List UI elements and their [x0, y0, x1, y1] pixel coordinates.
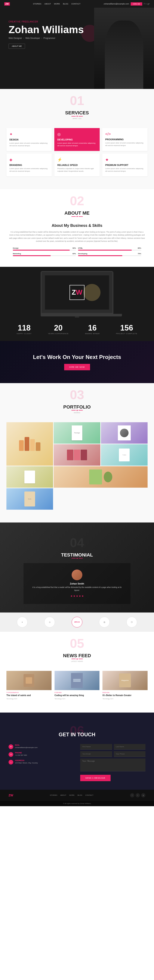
about-title: ABOUT ME [64, 210, 89, 216]
social-fb-icon[interactable]: f [144, 3, 144, 5]
phone-input[interactable] [114, 751, 146, 757]
about-subtitle: About My Business & Skills [8, 223, 145, 228]
about-content: About My Business & Skills It is a long … [0, 221, 154, 267]
hero-roles: Web Designer • Web Developer • Programme… [8, 37, 84, 39]
nav-link-contact[interactable]: Contact [71, 3, 81, 5]
testimonial-title: TESTIMONIAL [61, 552, 93, 558]
contact-section: 06 GET IN TOUCH ✉ Mail zohanwilliams@exa… [0, 713, 154, 790]
social-tw-icon[interactable]: t [146, 3, 146, 5]
testimonial-name: Zohan Smith [30, 582, 124, 585]
nav-email: zohanwilliams@example.com [104, 3, 129, 5]
nav-link-blog[interactable]: Blog [63, 3, 68, 5]
divider-line-1 [71, 116, 76, 116]
footer-fb-icon[interactable]: f [130, 793, 134, 797]
star-1: ★ [70, 595, 73, 598]
portfolio-item-8[interactable]: Bottle [6, 488, 53, 510]
portfolio-item-6[interactable] [6, 466, 53, 488]
laptop-base [41, 314, 122, 317]
form-name-row [80, 744, 145, 749]
skill-html: HTML 85% [78, 247, 141, 251]
skill-developing-bg [78, 255, 141, 256]
service-desc-speed: Phasellus vulputate ex neque dolor lobor… [57, 167, 97, 172]
laptop-wrapper: ZW [41, 271, 113, 318]
brand-2: ◇ [44, 617, 55, 627]
portfolio-divider-dot [76, 410, 78, 411]
service-desc-developing: Lorem ipsum dolor sit amet consectetur a… [57, 142, 97, 147]
news-img-1 [6, 671, 52, 690]
address-icon: ⌂ [8, 760, 13, 765]
footer-link-stories[interactable]: Stories [50, 794, 57, 796]
testimonial-divider-dot [76, 558, 78, 559]
brand-4: ◎ [99, 617, 110, 627]
hero-image [94, 8, 154, 89]
work-cta-button[interactable]: HIRE ME NOW [64, 364, 90, 370]
stat-awards: 16 AWARD WINER [85, 324, 100, 334]
nav-link-work[interactable]: Work [54, 3, 60, 5]
footer-link-contact[interactable]: Contact [85, 794, 94, 796]
news-divider-dot [76, 659, 78, 660]
star-3: ★ [76, 595, 78, 598]
hero-content: Creative Freelancer Zohan Williams Web D… [8, 16, 84, 49]
skill-design-bg [13, 250, 76, 251]
role-2: Web Developer [25, 37, 40, 39]
services-section: 01 SERVICES WHAT I DO ✦ Design Lorem ips… [0, 89, 154, 189]
hire-me-button[interactable]: HIRE ME [131, 2, 142, 6]
contact-phone-label: Phone [15, 752, 27, 754]
testimonial-divider-line-2 [78, 558, 83, 558]
portfolio-item-3-inner [101, 422, 148, 444]
hero-about-button[interactable]: ABOUT ME [8, 44, 25, 49]
portfolio-divider-line-1 [71, 410, 76, 410]
footer-link-work[interactable]: Work [69, 794, 75, 796]
portfolio-item-4[interactable] [54, 444, 100, 466]
hero-name: Zohan Williams [8, 25, 84, 35]
work-cta-title: Let's Work On Your Next Projects [8, 354, 145, 360]
navigation: ZW Stories About Work Blog Contact zohan… [0, 0, 154, 8]
footer-link-about[interactable]: About [60, 794, 66, 796]
news-img-1-inner [6, 671, 52, 690]
submit-button[interactable]: SEND A MESSAGE [80, 775, 111, 781]
portfolio-item-4-inner [54, 444, 100, 466]
message-textarea[interactable] [80, 759, 145, 772]
footer-tw-icon[interactable]: t [136, 793, 140, 797]
laptop-logo: ZW [70, 285, 84, 300]
stat-projects-num: 156 [116, 324, 137, 332]
news-title: NEWS FEED [63, 653, 91, 658]
laptop-logo-w: W [76, 288, 83, 296]
contact-mail-value: zohanwilliams@example.com [15, 746, 38, 748]
news-date-2: Tecnology 31/4 [54, 698, 100, 700]
last-name-input[interactable] [114, 744, 146, 749]
stat-happy-client: 118 HAPPY CLIENT [17, 324, 32, 334]
footer-gp-icon[interactable]: g [141, 793, 145, 797]
stat-years-label: YEARS EXPERIENCE [48, 332, 69, 334]
skill-developing-label: Developing 70% [78, 253, 141, 255]
stat-projects: 156 PROJECT COMPLETE [116, 324, 137, 334]
brand-epic: EPIC M [71, 617, 83, 627]
social-gp-icon[interactable]: g+ [148, 3, 150, 5]
portfolio-item-7[interactable] [54, 466, 148, 488]
skill-marketing-label: Marketing 60% [13, 253, 76, 255]
nav-link-about[interactable]: About [44, 3, 51, 5]
email-input[interactable] [80, 751, 112, 757]
skill-developing-fill [78, 255, 122, 256]
service-title-programming: Programming [105, 138, 144, 141]
portfolio-item-2[interactable]: Package [54, 422, 100, 444]
portfolio-item-1[interactable] [6, 422, 53, 466]
role-1: Web Designer [8, 37, 22, 39]
portfolio-item-3[interactable] [101, 422, 148, 444]
nav-link-stories[interactable]: Stories [33, 3, 41, 5]
testimonial-avatar-img [71, 570, 83, 580]
stat-happy-num: 118 [17, 324, 32, 332]
news-date-1: Tecnology 31/4 [6, 698, 52, 700]
portfolio-item-5[interactable]: T-shirt [101, 444, 148, 466]
news-img-3: Magazine [102, 671, 148, 690]
testimonial-divider [13, 558, 141, 559]
portfolio-title: PORTFOLIO [63, 404, 90, 410]
news-img-2 [54, 671, 100, 690]
footer-link-blog[interactable]: Blog [78, 794, 82, 796]
news-title-3: It's Better to Remain Greater [102, 694, 148, 697]
skill-marketing-pct: 60% [73, 253, 76, 255]
contact-form: SEND A MESSAGE [80, 744, 145, 781]
contact-address: ⌂ Address 123 Main Street, City, Country [8, 759, 74, 765]
service-desc-branding: Lorem ipsum dolor sit amet consectetur a… [10, 167, 49, 172]
first-name-input[interactable] [80, 744, 112, 749]
